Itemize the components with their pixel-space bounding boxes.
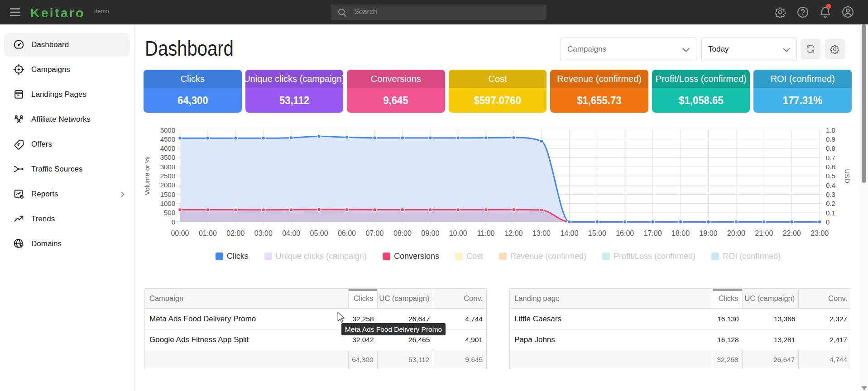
svg-text:14:00: 14:00 <box>560 229 578 237</box>
svg-text:17:00: 17:00 <box>644 229 662 237</box>
svg-text:0.1: 0.1 <box>826 209 835 217</box>
svg-text:4000: 4000 <box>160 144 175 152</box>
svg-text:3000: 3000 <box>160 163 175 171</box>
svg-text:22:00: 22:00 <box>783 229 801 237</box>
svg-text:1000: 1000 <box>160 200 175 207</box>
svg-text:0.6: 0.6 <box>826 163 835 171</box>
svg-text:0.9: 0.9 <box>826 135 835 143</box>
svg-text:500: 500 <box>164 209 175 216</box>
svg-text:5000: 5000 <box>160 126 175 134</box>
svg-text:12:00: 12:00 <box>504 229 523 237</box>
svg-text:USD: USD <box>844 169 851 183</box>
svg-text:06:00: 06:00 <box>338 229 356 237</box>
svg-text:18:00: 18:00 <box>671 229 690 237</box>
svg-text:10:00: 10:00 <box>449 229 467 237</box>
svg-text:07:00: 07:00 <box>365 229 384 237</box>
svg-text:15:00: 15:00 <box>588 229 606 237</box>
svg-text:0: 0 <box>172 218 175 226</box>
svg-text:2000: 2000 <box>160 181 175 189</box>
svg-text:4500: 4500 <box>160 135 175 143</box>
svg-text:0.4: 0.4 <box>826 181 835 189</box>
svg-text:19:00: 19:00 <box>699 229 717 237</box>
svg-text:09:00: 09:00 <box>421 229 439 237</box>
svg-text:2500: 2500 <box>160 172 175 180</box>
svg-text:13:00: 13:00 <box>532 229 551 237</box>
svg-text:03:00: 03:00 <box>254 229 273 237</box>
svg-text:21:00: 21:00 <box>755 229 773 237</box>
svg-text:Volume or %: Volume or % <box>143 157 151 195</box>
svg-text:0.7: 0.7 <box>826 154 835 162</box>
svg-text:01:00: 01:00 <box>199 229 217 237</box>
svg-text:0.3: 0.3 <box>826 191 835 198</box>
svg-text:08:00: 08:00 <box>393 229 412 237</box>
svg-text:00:00: 00:00 <box>171 229 189 237</box>
svg-text:1500: 1500 <box>160 191 175 198</box>
svg-text:20:00: 20:00 <box>727 229 745 237</box>
svg-text:23:00: 23:00 <box>810 229 829 237</box>
svg-text:11:00: 11:00 <box>477 229 495 237</box>
svg-text:0.5: 0.5 <box>826 172 835 180</box>
svg-text:05:00: 05:00 <box>310 229 328 237</box>
svg-text:04:00: 04:00 <box>282 229 300 237</box>
svg-text:0.2: 0.2 <box>826 200 835 207</box>
svg-text:0.8: 0.8 <box>826 144 835 152</box>
svg-text:1.0: 1.0 <box>826 126 835 134</box>
svg-text:16:00: 16:00 <box>616 229 634 237</box>
svg-text:02:00: 02:00 <box>226 229 245 237</box>
svg-text:0: 0 <box>826 218 830 226</box>
svg-text:3500: 3500 <box>160 153 175 161</box>
